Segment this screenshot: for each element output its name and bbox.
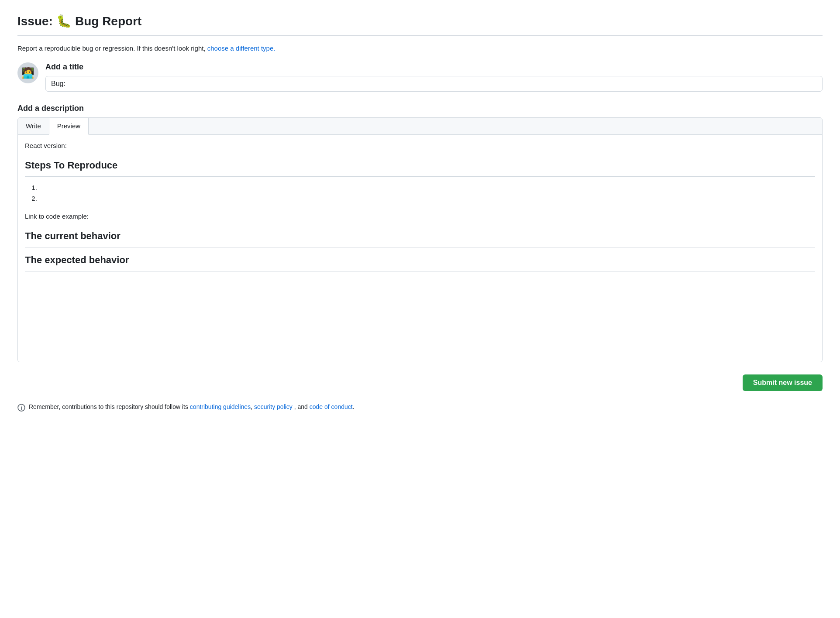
choose-type-link[interactable]: choose a different type. [207, 45, 275, 52]
footer-separator1: , [251, 403, 252, 410]
header-description: Report a reproducible bug or regression.… [17, 45, 823, 52]
code-of-conduct-link[interactable]: code of conduct [310, 403, 353, 410]
footer-text-before: Remember, contributions to this reposito… [29, 403, 188, 410]
title-divider [17, 35, 823, 36]
step-2 [39, 195, 815, 202]
steps-to-reproduce-heading: Steps To Reproduce [25, 160, 815, 171]
page-title: Issue: 🐛 Bug Report [17, 14, 823, 28]
title-prefix: Issue: [17, 14, 53, 28]
title-section: 🧑‍💻 Add a title [17, 62, 823, 92]
editor-container: Write Preview React version: Steps To Re… [17, 117, 823, 362]
footer-note: Remember, contributions to this reposito… [17, 402, 823, 412]
expected-behavior-heading: The expected behavior [25, 254, 815, 266]
tab-write[interactable]: Write [18, 118, 49, 135]
security-policy-link[interactable]: security policy [254, 403, 293, 410]
tab-preview[interactable]: Preview [49, 118, 89, 135]
title-emoji: 🐛 [56, 14, 72, 28]
current-behavior-heading: The current behavior [25, 230, 815, 242]
current-behavior-separator [25, 247, 815, 247]
avatar: 🧑‍💻 [17, 62, 38, 83]
expected-behavior-separator [25, 271, 815, 271]
title-input-wrapper: Add a title [45, 62, 823, 92]
title-text: Bug Report [75, 14, 141, 28]
react-version-line: React version: [25, 142, 815, 149]
actions-row: Submit new issue [17, 374, 823, 391]
editor-preview-content: React version: Steps To Reproduce Link t… [18, 135, 822, 362]
title-section-label: Add a title [45, 62, 823, 72]
info-icon [17, 404, 25, 412]
link-to-code-line: Link to code example: [25, 213, 815, 220]
step-1 [39, 184, 815, 191]
title-input[interactable] [45, 76, 823, 92]
editor-tabs: Write Preview [18, 118, 822, 135]
contributing-guidelines-link[interactable]: contributing guidelines [190, 403, 251, 410]
description-section-label: Add a description [17, 104, 823, 113]
svg-point-1 [21, 406, 22, 407]
footer-conjunction: , and [294, 403, 308, 410]
description-section: Add a description Write Preview React ve… [17, 104, 823, 362]
steps-list [39, 184, 815, 202]
submit-button[interactable]: Submit new issue [743, 374, 823, 391]
steps-separator [25, 176, 815, 177]
footer-text-after: . [353, 403, 355, 410]
